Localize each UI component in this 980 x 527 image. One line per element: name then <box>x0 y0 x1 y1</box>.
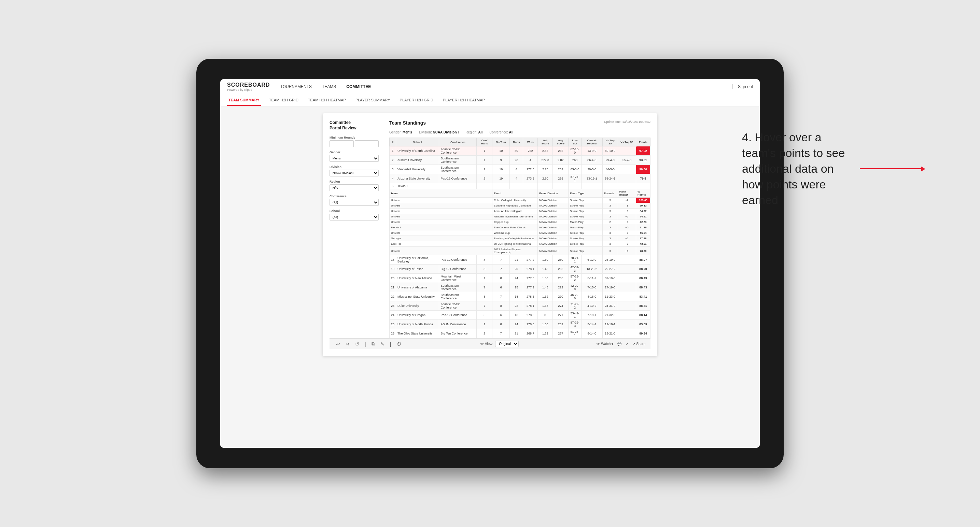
update-time: Update time: 13/03/2024 10:03:42 <box>604 120 651 124</box>
table-row: 3Vanderbilt UniversitySoutheastern Confe… <box>390 165 651 174</box>
table-row: 1 University of North Carolina Atlantic … <box>390 146 651 156</box>
gender-label: Gender <box>329 151 379 154</box>
logo-area: SCOREBOARD Powered by clippd <box>227 82 270 92</box>
subnav-player-h2h-grid[interactable]: PLAYER H2H GRID <box>398 95 435 106</box>
cell-points[interactable]: 88.14 <box>636 311 651 320</box>
cell-conf: Atlantic Coast Conference <box>439 146 477 156</box>
cell-points[interactable]: 42.73 <box>636 219 651 225</box>
cell-wins: 262 <box>523 146 538 156</box>
table-row: UniversCabo Collegiate University NCAA D… <box>390 198 651 203</box>
expand-btn[interactable]: ⤢ <box>625 342 628 346</box>
division-select[interactable]: NCAA Division I NCAA Division II NCAA Di… <box>329 170 379 176</box>
subnav-team-h2h-heatmap[interactable]: TEAM H2H HEATMAP <box>307 95 347 106</box>
cell-points[interactable]: 89.34 <box>636 329 651 338</box>
col-avg-score: Avg Score <box>553 138 568 146</box>
view-label: 👁 View: <box>480 342 493 346</box>
cell-no-tour: 10 <box>492 146 510 156</box>
cell-points[interactable]: 83.41 <box>636 292 651 302</box>
min-rounds-to[interactable] <box>355 140 379 147</box>
refresh-btn[interactable]: ↺ <box>354 341 361 348</box>
conference-select[interactable]: (All) ACC SEC <box>329 199 379 206</box>
table-row: 21University of AlabamaSoutheastern Conf… <box>390 283 651 292</box>
filter-school: School (All) <box>329 209 379 221</box>
comment-icon: 💬 <box>617 342 622 346</box>
main-content: Committee Portal Review Minimum Rounds <box>220 106 760 448</box>
nav-committee[interactable]: COMMITTEE <box>346 83 371 90</box>
subnav-player-summary[interactable]: PLAYER SUMMARY <box>354 95 392 106</box>
cell-points[interactable]: 80-13 <box>636 203 651 208</box>
conference-label: Conference <box>329 195 379 198</box>
cell-points[interactable]: 88.07 <box>636 255 651 265</box>
table-row: 26The Ohio State UniversityBig Ten Confe… <box>390 329 651 338</box>
watch-label: Watch <box>601 342 611 346</box>
col-wins: Wins <box>523 138 538 146</box>
cell-points[interactable]: 90.50 <box>636 165 651 174</box>
filter-conference: Conference (All) ACC SEC <box>329 195 379 206</box>
subnav-team-summary[interactable]: TEAM SUMMARY <box>227 95 261 106</box>
annotation-area: 4. Hover over a team's points to see add… <box>742 130 925 208</box>
clock-btn[interactable]: ⏱ <box>395 341 402 348</box>
min-rounds-range <box>329 140 379 147</box>
cell-points[interactable]: 21.29 <box>636 225 651 230</box>
cell-points[interactable]: 74.91 <box>636 214 651 219</box>
cell-points[interactable]: 78.30 <box>636 247 651 255</box>
filter-gender: Gender Men's Women's <box>329 151 379 162</box>
cell-points[interactable]: 97.02 <box>636 146 651 156</box>
standings-table: # School Conference Conf Rank No Tour Rn… <box>389 138 651 338</box>
sign-out-btn[interactable]: Sign out <box>732 84 753 89</box>
watch-btn[interactable]: 👁 Watch ▾ <box>597 342 613 346</box>
cell-points[interactable]: 93.31 <box>636 156 651 165</box>
cell-points[interactable]: 43.61 <box>636 241 651 247</box>
col-no-tour: No Tour <box>492 138 510 146</box>
table-row: UniversSouthern Highlands Collegiate NCA… <box>390 203 651 208</box>
nav-teams[interactable]: TEAMS <box>322 83 336 90</box>
min-rounds-from[interactable] <box>329 140 354 147</box>
cell-points[interactable]: 97.88 <box>636 236 651 241</box>
nav-tournaments[interactable]: TOURNAMENTS <box>280 83 312 90</box>
cell-points[interactable]: 56.64 <box>636 230 651 236</box>
report-container: Committee Portal Review Minimum Rounds <box>220 106 760 448</box>
school-label: School <box>329 209 379 213</box>
cell-points[interactable]: 88.43 <box>636 283 651 292</box>
tablet-device: SCOREBOARD Powered by clippd TOURNAMENTS… <box>196 59 784 468</box>
subnav-team-h2h-grid[interactable]: TEAM H2H GRID <box>268 95 300 106</box>
table-row: 20University of New MexicoMountain West … <box>390 274 651 283</box>
col-low-sg: Low SG <box>568 138 582 146</box>
cell-vs25: 50-10-0 <box>602 146 618 156</box>
col-overall-record: Overall Record <box>581 138 602 146</box>
left-panel: Committee Portal Review Minimum Rounds <box>329 120 384 338</box>
cell-points[interactable]: 79.5 <box>636 174 651 183</box>
edit-btn[interactable]: ✎ <box>379 341 386 348</box>
copy-btn[interactable]: ⧉ <box>370 340 376 348</box>
table-row: East TeiOFCC Fighting Illini Invitationa… <box>390 241 651 247</box>
share-btn[interactable]: ↗ Share <box>632 342 645 346</box>
gender-select[interactable]: Men's Women's <box>329 155 379 162</box>
cell-points[interactable]: 84.97 <box>636 208 651 214</box>
redo-btn[interactable]: ↪ <box>344 341 351 348</box>
cell-overall: 13-9-0 <box>581 146 602 156</box>
filter-row: Gender: Men's Division: NCAA Division I … <box>389 130 651 134</box>
region-select[interactable]: N/A All <box>329 184 379 191</box>
comment-btn[interactable]: 💬 <box>617 342 622 346</box>
col-rank: # <box>390 138 396 146</box>
watch-icon: 👁 <box>597 342 600 346</box>
committee-portal-title: Committee Portal Review <box>329 120 379 131</box>
toolbar-left: ↩ ↪ ↺ | ⧉ ✎ | ⏱ <box>335 340 402 348</box>
view-select[interactable]: Original <box>495 341 519 347</box>
cell-points[interactable] <box>636 183 651 189</box>
division-filter: Division: NCAA Division I <box>419 130 458 134</box>
gender-filter: Gender: Men's <box>389 130 412 134</box>
cell-points[interactable]: 109.63 <box>636 198 651 203</box>
col-vs-top-50: Vs Top 50 <box>618 138 636 146</box>
undo-btn[interactable]: ↩ <box>335 341 342 348</box>
school-select[interactable]: (All) <box>329 214 379 221</box>
cell-points[interactable]: 88.49 <box>636 274 651 283</box>
table-row: 23Duke UniversityAtlantic Coast Conferen… <box>390 302 651 311</box>
cell-points[interactable]: 83.89 <box>636 320 651 329</box>
table-row: 4Arizona State UniversityPac-12 Conferen… <box>390 174 651 183</box>
table-row: UniversNational Invitational Tournament … <box>390 214 651 219</box>
cell-points[interactable]: 88.71 <box>636 302 651 311</box>
subnav-player-h2h-heatmap[interactable]: PLAYER H2H HEATMAP <box>442 95 486 106</box>
table-row: 24University of OregonPac-12 Conference … <box>390 311 651 320</box>
cell-points[interactable]: 88.70 <box>636 265 651 274</box>
